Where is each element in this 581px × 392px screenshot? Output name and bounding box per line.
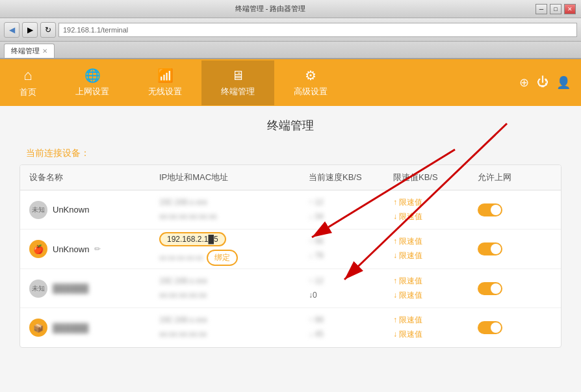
toggle-2[interactable] <box>478 242 502 255</box>
ip-value-3: 192.168.x.xxx <box>159 274 290 289</box>
speed-down-2: ↓ 78 <box>309 249 375 263</box>
device-cell-4: 📦 ██████ <box>20 313 150 342</box>
device-icon-unknown2: 未知 <box>29 280 47 298</box>
edit-icon-2[interactable]: ✏ <box>94 244 101 254</box>
forward-button[interactable]: ▶ <box>22 22 38 38</box>
limit-cell-2: ↑ 限速值 ↓ 限速值 <box>384 232 469 265</box>
terminal-icon: 🖥 <box>231 68 244 83</box>
refresh-button[interactable]: ↻ <box>40 22 56 38</box>
device-name-4: ██████ <box>53 323 88 333</box>
table-header: 设备名称 IP地址和MAC地址 当前速度KB/S 限速值KB/S 允许上网 <box>20 165 561 190</box>
ip-cell-1: 192.168.x.xxx xx:xx:xx:xx:xx:xx <box>150 193 300 226</box>
device-name-1: UnKnown <box>53 205 89 215</box>
speed-down-1: ↓ 34 <box>309 210 375 224</box>
browser-tab[interactable]: 终端管理 ✕ <box>4 44 55 58</box>
table-row: 📦 ██████ 192.168.x.xxx xx:xx:xx:xx:xx ↑ … <box>20 308 561 347</box>
device-cell-3: 未知 ██████ <box>20 274 150 303</box>
terminal-label: 终端管理 <box>221 86 255 98</box>
speed-cell-2: ↑ 56 ↓ 78 <box>300 232 384 265</box>
limit-down-link-2[interactable]: ↓ 限速值 <box>393 249 459 263</box>
minimize-button[interactable]: ─ <box>536 4 547 14</box>
section-label: 当前连接设备： <box>0 142 581 164</box>
speed-up-1: ↑ 12 <box>309 196 375 210</box>
advanced-label: 高级设置 <box>294 86 328 98</box>
limit-up-link-1[interactable]: ↑ 限速值 <box>393 196 459 210</box>
address-text: 192.168.1.1/terminal <box>63 26 128 34</box>
ip-cell-2: 192.168.2.1█5 xx:xx:xx:xx:xx 绑定 <box>150 229 300 268</box>
th-limit: 限速值KB/S <box>384 165 469 190</box>
ip-cell-4: 192.168.x.xxx xx:xx:xx:xx:xx <box>150 311 300 344</box>
speed-up-4: ↑ 99 <box>309 313 375 328</box>
th-allow: 允许上网 <box>469 165 521 190</box>
speed-up-3: ↑ 12 <box>309 274 375 289</box>
mac-value-1: xx:xx:xx:xx:xx:xx <box>159 210 290 224</box>
table-row: 未知 ██████ 192.168.x.xxx xx:xx:xx:xx:xx ↑… <box>20 269 561 308</box>
ip-value-1: 192.168.x.xxx <box>159 196 290 210</box>
speed-cell-3: ↑ 12 ↓0 <box>300 272 384 305</box>
nav-power-icon[interactable]: ⏻ <box>537 75 549 90</box>
toggle-cell-2 <box>469 240 521 258</box>
nav-plus-icon[interactable]: ⊕ <box>519 75 529 90</box>
limit-cell-1: ↑ 限速值 ↓ 限速值 <box>384 193 469 226</box>
speed-cell-1: ↑ 12 ↓ 34 <box>300 193 384 226</box>
tab-close-icon[interactable]: ✕ <box>42 47 47 55</box>
table-row: 未知 UnKnown 192.168.x.xxx xx:xx:xx:xx:xx:… <box>20 190 561 229</box>
tab-label: 终端管理 <box>11 46 40 56</box>
device-cell-1: 未知 UnKnown <box>20 196 150 224</box>
limit-up-link-4[interactable]: ↑ 限速值 <box>393 313 459 328</box>
wireless-icon: 📶 <box>157 68 174 83</box>
th-ip: IP地址和MAC地址 <box>150 165 300 190</box>
device-icon-router: 📦 <box>29 319 47 337</box>
nav-item-advanced[interactable]: ⚙ 高级设置 <box>274 60 347 105</box>
page-title: 终端管理 <box>0 106 581 142</box>
device-table: 设备名称 IP地址和MAC地址 当前速度KB/S 限速值KB/S 允许上网 未知… <box>19 164 562 348</box>
ip-cell-3: 192.168.x.xxx xx:xx:xx:xx:xx <box>150 272 300 305</box>
home-icon: ⌂ <box>23 67 32 84</box>
nav-item-terminal[interactable]: 🖥 终端管理 <box>201 60 274 105</box>
th-speed: 当前速度KB/S <box>300 165 384 190</box>
bind-button[interactable]: 绑定 <box>207 250 238 266</box>
wireless-label: 无线设置 <box>148 86 182 98</box>
ip-value-4: 192.168.x.xxx <box>159 313 290 328</box>
internet-label: 上网设置 <box>75 86 109 98</box>
internet-icon: 🌐 <box>84 68 101 83</box>
advanced-icon: ⚙ <box>305 68 316 83</box>
table-row: 🍎 UnKnown ✏ 192.168.2.1█5 xx:xx:xx:xx:xx… <box>20 229 561 269</box>
device-name-3: ██████ <box>53 283 88 293</box>
toggle-4[interactable] <box>478 321 502 334</box>
nav-item-home[interactable]: ⌂ 首页 <box>0 59 56 106</box>
speed-down-4: ↓ 45 <box>309 328 375 342</box>
toggle-1[interactable] <box>478 203 502 216</box>
mac-value-4: xx:xx:xx:xx:xx <box>159 328 290 342</box>
speed-down-3: ↓0 <box>309 289 375 303</box>
speed-up-2: ↑ 56 <box>309 235 375 249</box>
close-button[interactable]: ✕ <box>564 4 576 14</box>
speed-cell-4: ↑ 99 ↓ 45 <box>300 311 384 344</box>
ip-highlighted: 192.168.2.1█5 <box>159 232 226 246</box>
toggle-cell-1 <box>469 201 521 219</box>
device-cell-2: 🍎 UnKnown ✏ <box>20 235 150 263</box>
toggle-cell-4 <box>469 319 521 337</box>
limit-down-link-1[interactable]: ↓ 限速值 <box>393 210 459 224</box>
device-icon-unknown1: 未知 <box>29 201 47 219</box>
limit-down-link-3[interactable]: ↓ 限速值 <box>393 289 459 303</box>
nav-item-wireless[interactable]: 📶 无线设置 <box>129 60 201 105</box>
limit-up-link-3[interactable]: ↑ 限速值 <box>393 274 459 289</box>
mac-value-2: xx:xx:xx:xx:xx <box>159 252 203 265</box>
title-text: 终端管理 - 路由器管理 <box>5 4 536 14</box>
limit-up-link-2[interactable]: ↑ 限速值 <box>393 235 459 249</box>
nav-user-icon[interactable]: 👤 <box>556 75 571 90</box>
mac-value-3: xx:xx:xx:xx:xx <box>159 289 290 303</box>
limit-cell-4: ↑ 限速值 ↓ 限速值 <box>384 311 469 344</box>
home-label: 首页 <box>19 86 36 98</box>
nav-item-internet[interactable]: 🌐 上网设置 <box>56 60 129 105</box>
device-name-2: UnKnown <box>53 244 89 254</box>
back-button[interactable]: ◀ <box>4 22 19 38</box>
limit-cell-3: ↑ 限速值 ↓ 限速值 <box>384 272 469 305</box>
limit-down-link-4[interactable]: ↓ 限速值 <box>393 328 459 342</box>
toggle-cell-3 <box>469 280 521 298</box>
toggle-3[interactable] <box>478 282 502 295</box>
nav-menu: ⌂ 首页 🌐 上网设置 📶 无线设置 🖥 终端管理 ⚙ 高级设置 ⊕ ⏻ <box>0 59 581 106</box>
maximize-button[interactable]: □ <box>550 4 562 14</box>
th-device: 设备名称 <box>20 165 150 190</box>
